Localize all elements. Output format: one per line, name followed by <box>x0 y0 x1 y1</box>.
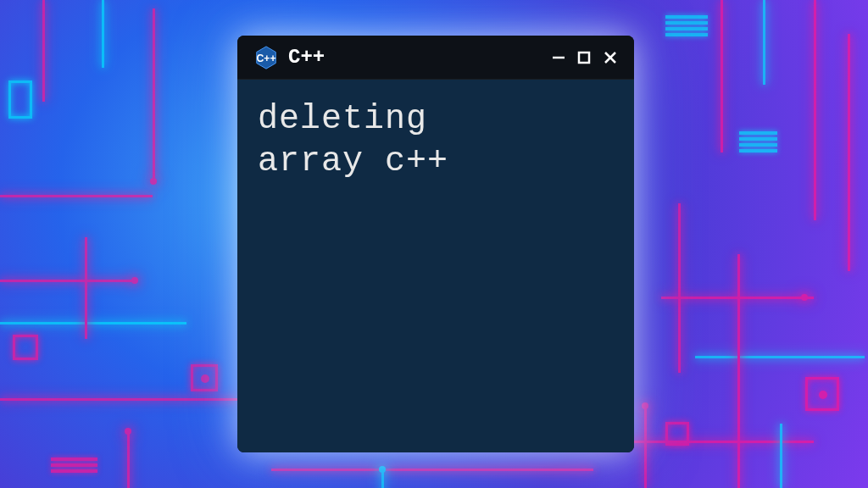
svg-text:C++: C++ <box>256 52 275 64</box>
close-button[interactable] <box>602 49 619 66</box>
window-controls <box>551 49 619 66</box>
cpp-hexagon-icon: C++ <box>253 44 280 71</box>
svg-rect-3 <box>579 53 589 63</box>
maximize-button[interactable] <box>576 50 592 65</box>
window-body: deleting array c++ <box>237 80 634 452</box>
titlebar[interactable]: C++ C++ <box>237 36 634 80</box>
content-text: deleting array c++ <box>258 98 614 183</box>
minimize-button[interactable] <box>551 50 566 65</box>
app-window: C++ C++ deleting array c++ <box>237 36 634 452</box>
window-title: C++ <box>288 46 551 69</box>
